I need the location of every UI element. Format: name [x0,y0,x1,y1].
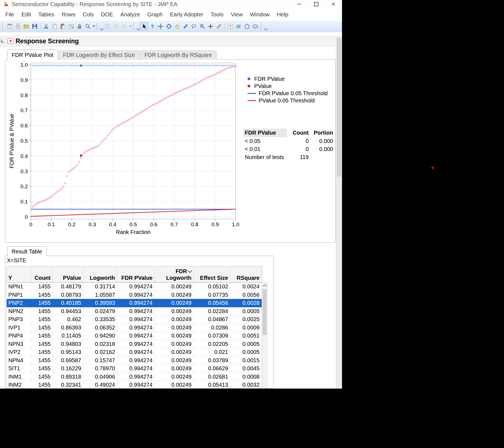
table-cell: 0.06352 [83,324,117,332]
save-icon[interactable] [31,22,39,31]
stray-red-dot [431,167,434,169]
scroll-up-button[interactable] [262,283,267,288]
table-row-NPN1[interactable]: NPN114550.481790.317140.9942740.002490.0… [7,283,262,291]
lasso-tool-icon[interactable] [190,22,198,31]
new-script-icon[interactable] [14,22,22,31]
menu-file[interactable]: File [2,8,18,21]
col-header-y[interactable]: Y [7,266,31,282]
minimize-button[interactable] [290,0,308,8]
title-bar[interactable]: Semiconductor Capability - Response Scre… [0,0,342,8]
table-row-SIT1[interactable]: SIT114550.162290.789700.9942740.002490.0… [7,364,262,373]
desktop: Semiconductor Capability - Response Scre… [0,0,504,448]
toolbar-drag-handle[interactable] [2,23,4,30]
menu-graph[interactable]: Graph [144,8,166,21]
pencil-tool-icon[interactable] [215,22,223,31]
tab-fdr-logworth-by-effect-size[interactable]: FDR Logworth By Effect Size [59,51,139,60]
arrow-tool-icon[interactable] [140,22,148,31]
chevron-down-icon [264,27,268,31]
close-button[interactable]: × [325,0,342,8]
col-header-logworth[interactable]: Logworth [83,266,117,282]
table-cell: NPN3 [7,340,31,348]
data-grid-icon[interactable] [67,22,75,31]
table-row-NPN2[interactable]: NPN214550.944530.024790.9942740.002490.0… [7,307,262,316]
table-cell: 1.05587 [83,291,117,299]
col-header-rsquare[interactable]: RSquare [230,266,262,282]
toolbar-overflow-button[interactable] [100,22,103,31]
text-annotate-icon[interactable]: T [226,22,234,31]
legend-item-fdr-pvalue[interactable]: FDR PValue [244,75,328,82]
brush-tool-icon[interactable] [181,22,190,31]
table-row-INM2[interactable]: INM214550.323410.490240.9942740.002490.0… [7,381,262,389]
cut-icon[interactable] [42,22,50,31]
toolbar-overflow-button[interactable] [264,22,267,31]
table-row-PNP4[interactable]: PNP414550.114050.942900.9942740.002490.0… [7,332,262,340]
menu-help[interactable]: Help [273,8,292,21]
tab-fdr-pvalue-plot[interactable]: FDR PValue Plot [7,50,58,60]
menu-cols[interactable]: Cols [79,8,98,21]
copy-icon[interactable] [50,22,59,31]
table-row-PNP1[interactable]: PNP114550.087931.055870.9942740.002490.0… [7,291,262,299]
menu-analyze[interactable]: Analyze [117,8,144,21]
col-header-count[interactable]: Count [31,266,53,282]
line-annotate-icon[interactable] [234,22,243,31]
table-cell: 0.00249 [155,291,194,299]
col-header-pvalue[interactable]: PValue [53,266,83,282]
table-cell: 0.021 [194,348,230,356]
table-scrollbar[interactable] [262,282,268,389]
move-tool-icon[interactable] [156,22,165,31]
table-scroll-thumb[interactable] [263,289,267,335]
open-icon[interactable] [22,22,31,31]
table-row-INM1[interactable]: INM114550.893180.049060.9942740.002490.0… [7,373,262,381]
table-cell: 0.0056 [230,291,262,299]
fdr-pvalue-points[interactable] [32,65,236,66]
table-row-NPN3[interactable]: NPN314550.948030.023180.9942740.002490.0… [7,340,262,348]
oval-annotate-icon[interactable] [251,22,260,31]
help-tool-icon[interactable]: ? [148,22,156,31]
table-row-NPN4[interactable]: NPN414550.695870.157470.9942740.002490.0… [7,356,262,365]
menu-tables[interactable]: Tables [35,8,58,21]
menu-tools[interactable]: Tools [207,8,227,21]
polygon-annotate-icon[interactable] [243,22,251,31]
chevron-down-icon [100,27,104,31]
outline-collapse-triangle[interactable] [1,39,4,43]
crosshair-tool-icon[interactable] [165,22,173,31]
lock-icon[interactable] [75,22,84,31]
legend-item-pvalue[interactable]: PValue [244,82,328,90]
legend-item-pvalue-0-05-threshold[interactable]: PValue 0.05 Threshold [244,97,328,104]
col-header-fdr-logworth[interactable]: FDRLogworth [155,266,194,282]
red-triangle-menu-button[interactable] [8,39,13,44]
legend-item-fdr-pvalue-0-05-threshold[interactable]: FDR PValue 0.05 Threshold [244,90,328,97]
toolbar-overflow-button[interactable] [136,22,140,31]
menu-doe[interactable]: DOE [98,8,117,21]
dropdown-arrow-icon [93,26,95,27]
new-journal-icon[interactable] [6,22,14,31]
plus-tool-icon[interactable] [206,22,215,31]
window-scroll-thumb[interactable] [337,38,341,177]
selected-pvalue-point[interactable] [80,154,82,157]
table-row-PNP2[interactable]: PNP214550.401850.395930.9942740.002490.0… [7,299,262,307]
menu-view[interactable]: View [227,8,246,21]
search-icon[interactable] [84,22,92,31]
grabber-tool-icon[interactable] [173,22,181,31]
tab-result-table[interactable]: Result Table [7,246,47,256]
table-row-PNP3[interactable]: PNP314550.4620.335350.9942740.002490.048… [7,315,262,324]
zoom-tool-icon[interactable] [198,22,206,31]
maximize-button[interactable] [308,0,325,8]
tab-fdr-logworth-by-rsquare[interactable]: FDR Logworth By RSquare [140,51,216,60]
toolbar-drag-handle[interactable] [261,23,263,30]
table-row-IVP1[interactable]: IVP114550.863930.063520.9942740.002490.0… [7,324,262,332]
paste-icon[interactable] [59,22,67,31]
col-header-fdr-pvalue[interactable]: FDR PValue [117,266,155,282]
window-scrollbar[interactable] [336,36,342,389]
menu-window[interactable]: Window [246,8,273,21]
menu-edit[interactable]: Edit [18,8,34,21]
selected-fdr-point[interactable] [80,64,82,67]
menu-rows[interactable]: Rows [58,8,79,21]
toolbar-drag-handle[interactable] [97,23,99,30]
fdr-plot-canvas[interactable]: 00.10.20.30.40.50.60.70.80.91.01.00.90.8… [6,61,243,239]
menu-early-adopter[interactable]: Early Adopter [166,8,207,21]
search-dropdown-arrow[interactable] [92,22,96,31]
col-header-effect-size[interactable]: Effect Size [194,266,230,282]
toolbar-drag-handle[interactable] [133,23,135,30]
table-row-IVP2[interactable]: IVP214550.951430.021620.9942740.002490.0… [7,348,262,356]
